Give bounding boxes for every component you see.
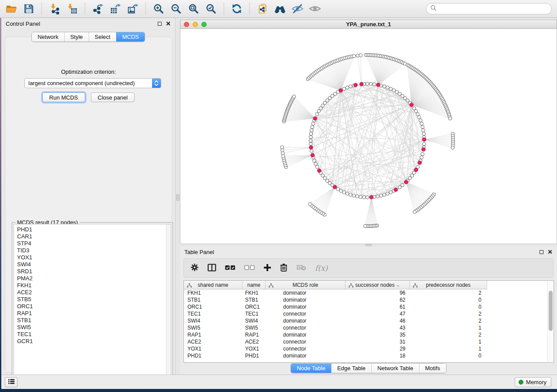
export-network-button[interactable] <box>90 1 106 16</box>
tab-mcds[interactable]: MCDS <box>116 32 145 41</box>
window-close-button[interactable] <box>184 22 189 27</box>
window-minimize-button[interactable] <box>193 22 198 27</box>
tab-network[interactable]: Network <box>32 32 64 41</box>
mcds-result-item[interactable]: SWI5 <box>17 324 171 331</box>
export-table-button[interactable] <box>107 1 123 16</box>
table-cell: connector <box>266 338 346 345</box>
mcds-result-item[interactable]: ACE2 <box>17 289 171 296</box>
export-image-button[interactable] <box>125 1 141 16</box>
tab-motifs[interactable]: Motifs <box>419 364 446 373</box>
memory-button[interactable]: Memory <box>515 377 551 387</box>
criterion-select[interactable]: largest connected component (undirected) <box>24 78 161 88</box>
column-header-MCDS-role[interactable]: MCDS role <box>266 281 346 289</box>
splitter-grip[interactable] <box>176 194 180 201</box>
zoom-out-button[interactable] <box>168 1 184 16</box>
column-header-predecessor-nodes[interactable]: predecessor nodes <box>410 281 487 289</box>
vertical-splitter[interactable] <box>176 18 180 375</box>
table-cell: ORC1 <box>184 303 242 310</box>
apply-layout-button[interactable] <box>229 1 245 16</box>
share-document-icon <box>257 3 268 14</box>
table-panel: Table Panel ✕ f(x) shared namenameMCDS r… <box>180 246 557 375</box>
tab-style[interactable]: Style <box>64 32 89 41</box>
table-cell: dominator <box>266 317 346 324</box>
select-all-icon <box>225 265 235 272</box>
open-session-button[interactable] <box>3 1 19 16</box>
mcds-result-item[interactable]: STB1 <box>17 317 171 324</box>
add-column-button[interactable] <box>263 264 271 273</box>
mcds-result-item[interactable]: PHD1 <box>17 226 171 233</box>
mcds-result-item[interactable]: TID3 <box>17 247 171 254</box>
close-panel-button[interactable]: Close panel <box>91 93 135 102</box>
tab-network-table[interactable]: Network Table <box>371 364 419 373</box>
table-panel-close-button[interactable]: ✕ <box>547 250 553 254</box>
hide-graphics-button[interactable] <box>290 1 305 16</box>
mcds-result-item[interactable]: SRD1 <box>17 268 171 275</box>
table-panel-float-button[interactable] <box>540 250 543 254</box>
table-row[interactable]: ACE2ACE2connector311 <box>184 338 554 345</box>
import-table-button[interactable] <box>64 1 80 16</box>
share-document-button[interactable] <box>255 1 270 16</box>
table-row[interactable]: PHD1PHD1dominator180 <box>184 352 554 359</box>
control-panel-float-button[interactable] <box>158 22 162 26</box>
table-row[interactable]: FKH1FKH1dominator962 <box>184 289 554 296</box>
zoom-in-button[interactable] <box>151 1 166 16</box>
table-row[interactable]: STB1STB1dominator620 <box>184 296 554 303</box>
mcds-result-item[interactable]: YOX1 <box>17 254 171 261</box>
node-table: shared namenameMCDS rolesuccessor nodes⌄… <box>183 280 554 363</box>
column-header-name[interactable]: name <box>242 281 266 289</box>
task-history-button[interactable] <box>5 377 17 387</box>
tab-select[interactable]: Select <box>89 32 116 41</box>
function-builder-button[interactable]: f(x) <box>315 264 328 272</box>
mcds-result-item[interactable]: TEC1 <box>17 331 171 338</box>
mcds-result-item[interactable]: PMA2 <box>17 275 171 282</box>
criterion-select-value: largest connected component (undirected) <box>25 80 152 86</box>
delete-table-button[interactable] <box>296 264 306 272</box>
import-network-icon <box>49 3 60 14</box>
close-icon: ✕ <box>547 250 553 254</box>
table-cell: STB1 <box>184 296 242 303</box>
mcds-result-item[interactable]: STB5 <box>17 296 171 303</box>
select-all-button[interactable] <box>225 265 235 272</box>
table-cell: 18 <box>346 352 410 359</box>
mcds-result-item[interactable]: SWI4 <box>17 261 171 268</box>
show-graphics-button[interactable] <box>307 1 323 16</box>
open-folder-icon <box>6 3 17 14</box>
search-neighbors-button[interactable] <box>272 1 288 16</box>
table-row[interactable]: SWI5SWI5connector431 <box>184 324 554 331</box>
mcds-result-item[interactable]: GCR1 <box>17 338 171 345</box>
table-row[interactable]: RAP1RAP1dominator352 <box>184 331 554 338</box>
tab-edge-table[interactable]: Edge Table <box>331 364 371 373</box>
deselect-all-button[interactable] <box>244 265 255 272</box>
mcds-result-item[interactable]: CAR1 <box>17 233 171 240</box>
tab-node-table[interactable]: Node Table <box>291 364 331 373</box>
delete-column-button[interactable] <box>280 263 287 273</box>
task-list-icon <box>8 378 15 386</box>
table-scrollbar[interactable] <box>547 281 553 362</box>
column-header-successor-nodes[interactable]: successor nodes⌄ <box>346 281 410 289</box>
import-network-button[interactable] <box>47 1 62 16</box>
column-header-shared-name[interactable]: shared name <box>184 281 242 289</box>
window-zoom-button[interactable] <box>201 22 207 27</box>
zoom-selected-button[interactable] <box>203 1 219 16</box>
mcds-result-item[interactable]: FKH1 <box>17 282 171 289</box>
run-mcds-button[interactable]: Run MCDS <box>42 93 85 102</box>
mcds-result-item[interactable]: STP4 <box>17 240 171 247</box>
table-row[interactable]: YOX1YOX1connector291 <box>184 345 554 352</box>
network-graph[interactable] <box>180 29 557 244</box>
control-panel-close-button[interactable]: ✕ <box>166 22 171 26</box>
table-scrollbar-thumb[interactable] <box>549 291 553 331</box>
columns-icon <box>208 264 216 273</box>
column-browse-button[interactable] <box>208 264 216 273</box>
table-row[interactable]: ORC1ORC1dominator610 <box>184 303 554 310</box>
table-cell: 47 <box>346 310 410 317</box>
mcds-list-scrollbar[interactable] <box>166 224 171 383</box>
table-cell: ORC1 <box>242 303 266 310</box>
table-row[interactable]: TEC1TEC1connector472 <box>184 310 554 317</box>
save-session-button[interactable] <box>21 1 37 16</box>
table-options-button[interactable] <box>190 263 199 273</box>
mcds-result-item[interactable]: RAP1 <box>17 310 171 317</box>
table-row[interactable]: SWI4SWI4dominator462 <box>184 317 554 324</box>
mcds-result-item[interactable]: ORC1 <box>17 303 171 310</box>
search-input[interactable] <box>439 6 547 12</box>
zoom-fit-button[interactable] <box>186 1 201 16</box>
